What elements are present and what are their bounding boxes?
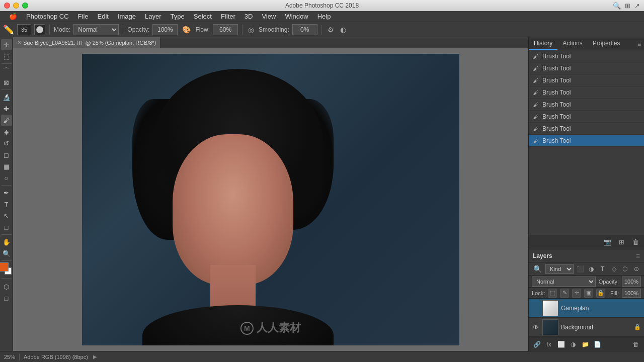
brush-preset-picker[interactable] (34, 24, 45, 35)
eraser-tool[interactable]: ◻ (1, 149, 12, 160)
heal-tool[interactable]: ✚ (1, 103, 12, 114)
link-layers-btn[interactable]: 🔗 (532, 339, 542, 349)
history-brush-tool[interactable]: ↺ (1, 138, 12, 149)
tab-close-icon[interactable]: ✕ (17, 40, 21, 45)
history-item[interactable]: 🖌 Brush Tool (529, 99, 644, 111)
filter-adjust-icon[interactable]: ◑ (587, 264, 596, 274)
close-button[interactable] (4, 3, 10, 9)
panel-collapse-icon[interactable]: ≡ (634, 39, 644, 50)
lasso-tool[interactable]: ⌒ (1, 65, 12, 76)
brush-size-display[interactable]: 35 (17, 24, 31, 35)
add-adjustment-btn[interactable]: ◑ (568, 339, 578, 349)
filter-search-icon[interactable]: 🔍 (532, 265, 543, 273)
layer-visibility-background[interactable]: 👁 (532, 323, 540, 331)
smoothing-icon[interactable]: ◎ (247, 26, 256, 34)
gradient-tool[interactable]: ▦ (1, 161, 12, 172)
filter-pixel-icon[interactable]: ⬛ (576, 264, 585, 274)
status-arrow-icon[interactable]: ▶ (93, 354, 97, 359)
menu-help[interactable]: Help (313, 12, 335, 21)
minimize-button[interactable] (13, 3, 19, 9)
window-grid-icon[interactable]: ⊞ (625, 2, 630, 10)
history-item[interactable]: 🖌 Brush Tool (529, 123, 644, 135)
blend-mode-select[interactable]: Normal (532, 277, 596, 287)
menu-3d[interactable]: 3D (240, 12, 257, 21)
lock-all-btn[interactable]: 🔒 (596, 289, 605, 298)
search-icon[interactable]: 🔍 (613, 2, 621, 10)
layer-filter-select[interactable]: Kind (545, 264, 574, 274)
airbrush-icon[interactable]: 🎨 (181, 26, 192, 34)
shape-tool[interactable]: □ (1, 222, 12, 233)
tab-properties[interactable]: Properties (588, 38, 625, 50)
quick-mask-tool[interactable]: ⬡ (1, 281, 12, 292)
history-item[interactable]: 🖌 Brush Tool (529, 62, 644, 74)
layers-menu-button[interactable]: ≡ (636, 252, 640, 260)
text-tool[interactable]: T (1, 199, 12, 210)
menu-file[interactable]: File (74, 12, 93, 21)
menu-window[interactable]: Window (281, 12, 312, 21)
expand-icon[interactable]: ↗ (634, 2, 640, 10)
opacity-value[interactable]: 100% (152, 24, 178, 35)
layer-visibility-gameplan[interactable]: 👁 (532, 304, 540, 312)
menu-filter[interactable]: Filter (217, 12, 239, 21)
menu-photoshop[interactable]: Photoshop CC (22, 12, 73, 21)
lock-position-btn[interactable]: ✛ (572, 289, 581, 298)
layer-item-background[interactable]: 👁 Background 🔒 (529, 318, 644, 337)
stamp-tool[interactable]: ◈ (1, 126, 12, 137)
add-layer-btn[interactable]: 📄 (592, 339, 602, 349)
foreground-color[interactable] (0, 262, 9, 272)
flow-value[interactable]: 60% (213, 24, 238, 35)
brush-tool[interactable]: 🖌 (1, 115, 12, 126)
add-group-btn[interactable]: 📁 (580, 339, 590, 349)
add-mask-btn[interactable]: ⬜ (556, 339, 566, 349)
eyedropper-tool[interactable]: 🔬 (1, 92, 12, 103)
path-select-tool[interactable]: ↖ (1, 210, 12, 221)
pen-tool[interactable]: ✒ (1, 187, 12, 198)
dodge-tool[interactable]: ○ (1, 172, 12, 184)
add-fx-btn[interactable]: fx (544, 339, 554, 349)
history-delete-btn[interactable]: 🗑 (630, 237, 641, 248)
menu-image[interactable]: Image (114, 12, 140, 21)
menu-edit[interactable]: Edit (94, 12, 113, 21)
opacity-value[interactable]: 100% (622, 277, 641, 287)
delete-layer-btn[interactable]: 🗑 (631, 339, 641, 349)
settings-icon[interactable]: ⚙ (326, 26, 336, 34)
move-tool[interactable]: ✛ (1, 39, 12, 50)
filter-text-icon[interactable]: T (598, 264, 607, 274)
filter-smart-icon[interactable]: ⬡ (620, 264, 629, 274)
crop-tool[interactable]: ⊠ (1, 77, 12, 88)
maximize-button[interactable] (22, 3, 28, 9)
lock-transparent-btn[interactable]: ⬚ (548, 289, 557, 298)
history-new-state-btn[interactable]: ⊞ (616, 237, 627, 248)
zoom-tool[interactable]: 🔍 (1, 248, 12, 259)
window-controls[interactable] (4, 3, 28, 9)
menu-select[interactable]: Select (190, 12, 216, 21)
apple-menu[interactable]: 🍎 (5, 12, 21, 21)
lock-artboards-btn[interactable]: ▣ (584, 289, 593, 298)
selection-tool[interactable]: ⬚ (1, 51, 12, 62)
history-item[interactable]: 🖌 Brush Tool (529, 86, 644, 99)
lock-image-btn[interactable]: ✎ (560, 289, 569, 298)
history-new-snapshot-btn[interactable]: 📷 (602, 237, 613, 248)
extra-icon[interactable]: ◐ (339, 26, 348, 34)
tab-history[interactable]: History (529, 38, 557, 50)
document-tab[interactable]: ✕ Sue Bryce_L0A9821.TIF @ 25% (Gameplan,… (13, 37, 160, 48)
layer-item-gameplan[interactable]: 👁 Gameplan (529, 299, 644, 318)
menu-layer[interactable]: Layer (141, 12, 166, 21)
history-item-active[interactable]: 🖌 Brush Tool (529, 135, 644, 147)
fill-value[interactable]: 100% (622, 289, 641, 298)
canvas-container[interactable]: M 人人素材 (13, 48, 528, 351)
menu-view[interactable]: View (258, 12, 280, 21)
menu-type[interactable]: Type (167, 12, 189, 21)
screen-mode-tool[interactable]: □ (1, 293, 12, 304)
hand-tool[interactable]: ✋ (1, 236, 12, 247)
filter-shape-icon[interactable]: ◇ (609, 264, 618, 274)
canvas-image[interactable]: M 人人素材 (82, 54, 459, 345)
history-item[interactable]: 🖌 Brush Tool (529, 74, 644, 86)
tab-actions[interactable]: Actions (557, 38, 587, 50)
history-item[interactable]: 🖌 Brush Tool (529, 50, 644, 62)
color-swatches[interactable] (0, 262, 14, 277)
history-item[interactable]: 🖌 Brush Tool (529, 111, 644, 123)
smoothing-value[interactable]: 0% (292, 24, 317, 35)
mode-select[interactable]: Normal Multiply Screen (73, 24, 119, 35)
brush-tool-icon[interactable]: ✏️ (3, 24, 14, 35)
